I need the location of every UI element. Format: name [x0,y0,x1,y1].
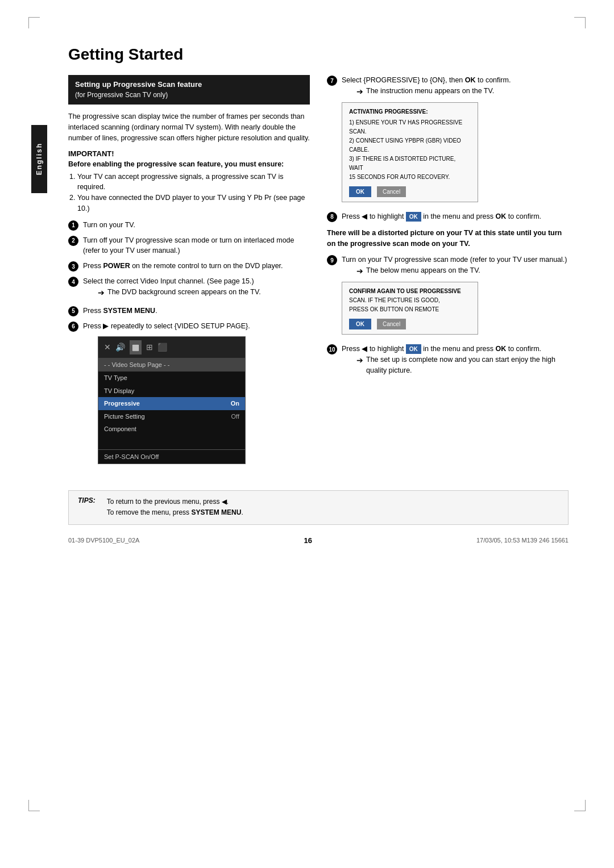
overlay2-title: CONFIRM AGAIN TO USE PROGRESSIVE [349,287,471,296]
overlay2-cancel-button: Cancel [377,319,406,329]
step-1-content: Turn on your TV. [83,220,310,231]
tips-bar: TIPS: To return to the previous menu, pr… [68,490,569,524]
step-7: 7 Select {PROGRESSIVE} to {ON}, then OK … [327,75,569,207]
step-9-arrow: ➔ The below menu appears on the TV. [356,265,569,277]
english-tab-label: English [35,143,43,175]
overlay1-cancel-button: Cancel [377,186,406,197]
corner-mark-tr [574,17,586,28]
arrow-right-icon-7: ➔ [356,86,363,98]
before-enabling: Before enabling the progressive scan fea… [68,160,310,168]
step-num-9: 9 [327,255,337,265]
overlay1-line3: 3) IF THERE IS A DISTORTED PICTURE, WAIT [349,155,471,173]
menu-row-label: TV Type [104,373,127,383]
menu-row-tvdisplay: TV Display [98,385,245,398]
menu-row-label: TV Display [104,386,134,396]
menu-row-picture: Picture Setting Off [98,410,245,423]
footer-center: 16 [304,536,312,545]
menu-row-value: Off [231,412,239,422]
right-column: 7 Select {PROGRESSIVE} to {ON}, then OK … [327,75,569,473]
section-header: Setting up Progressive Scan feature (for… [68,75,310,105]
step-7-content: Select {PROGRESSIVE} to {ON}, then OK to… [342,75,569,207]
english-tab: English [31,125,47,193]
press-highlight-ok-2: OK [406,344,421,354]
step-9-content: Turn on your TV progressive scan mode (r… [342,254,569,339]
tips-label: TIPS: [78,496,96,504]
step-num-1: 1 [68,220,78,231]
arrow-right-icon-10a: ➔ [356,354,363,366]
menu-icon-x: ✕ [104,341,111,353]
menu-row-label: Component [104,424,136,434]
step-4-content: Select the correct Video Input channel. … [83,276,310,301]
step-num-2: 2 [68,236,78,246]
step-num-6: 6 [68,322,78,332]
step-4: 4 Select the correct Video Input channel… [68,276,310,301]
step-num-4: 4 [68,277,78,287]
step-2: 2 Turn off your TV progressive scan mode… [68,235,310,257]
step-9: 9 Turn on your TV progressive scan mode … [327,254,569,339]
menu-row-value: On [231,399,239,408]
menu-header: - - Video Setup Page - - [98,358,245,372]
two-column-layout: Setting up Progressive Scan feature (for… [68,75,569,473]
step-num-7: 7 [327,76,337,86]
step-num-10: 10 [327,344,337,354]
overlay2-buttons: OK Cancel [349,319,471,329]
list-item-2: You have connected the DVD player to you… [77,193,310,214]
step-7-arrow: ➔ The instruction menu appears on the TV… [356,86,569,98]
intro-text: The progressive scan display twice the n… [68,111,310,143]
step-5-content: Press SYSTEM MENU. [83,306,310,316]
overlay2-line1: SCAN. IF THE PICTURE IS GOOD, [349,296,471,305]
footer-right: 17/03/05, 10:53 M139 246 15661 [476,537,569,544]
overlay2-line2: PRESS OK BUTTON ON REMOTE [349,305,471,314]
footer-left: 01-39 DVP5100_EU_02A [68,537,139,544]
corner-mark-bl [28,800,40,811]
step-3: 3 Press POWER on the remote control to t… [68,261,310,272]
corner-mark-br [574,800,586,811]
step-4-arrow: ➔ The DVD background screen appears on t… [98,287,310,299]
section-header-line2: (for Progressive Scan TV only) [75,91,168,99]
important-label: IMPORTANT! [68,149,310,158]
step-8-content: Press ◀ to highlight OK in the menu and … [342,211,569,222]
overlay2-ok-button: OK [349,319,371,329]
arrow-right-icon-9: ➔ [356,265,363,277]
menu-icon-arrow: ⬛ [157,341,167,353]
menu-footer: Set P-SCAN On/Off [98,449,245,464]
step-num-5: 5 [68,306,78,316]
step-10: 10 Press ◀ to highlight OK in the menu a… [327,344,569,378]
menu-screenshot: ✕ 🔊 ▦ ⊞ ⬛ - - Video Setup Page - - TV Ty… [98,336,246,465]
overlay1-title: ACTIVATING PROGRESSIVE: [349,107,471,116]
overlay1-line1: 1) ENSURE YOUR TV HAS PROGRESSIVE SCAN. [349,118,471,136]
tv-overlay-2: CONFIRM AGAIN TO USE PROGRESSIVE SCAN. I… [342,282,478,335]
left-column: Setting up Progressive Scan feature (for… [68,75,310,473]
menu-row-label: Progressive [104,399,140,408]
step-5: 5 Press SYSTEM MENU. [68,306,310,316]
step-10-arrow1: ➔ The set up is complete now and you can… [356,354,569,376]
menu-row-label: Picture Setting [104,412,145,422]
step-10-content: Press ◀ to highlight OK in the menu and … [342,344,569,378]
overlay1-buttons: OK Cancel [349,186,471,197]
step-6-content: Press ▶ repeatedly to select {VIDEO SETU… [83,321,310,469]
list-item-1: Your TV can accept progressive signals, … [77,172,310,193]
arrow-right-icon: ➔ [98,287,105,299]
step-num-8: 8 [327,212,337,222]
main-content: Getting Started Setting up Progressive S… [68,34,569,545]
menu-icons-row: ✕ 🔊 ▦ ⊞ ⬛ [98,337,245,358]
step-3-content: Press POWER on the remote control to tur… [83,261,310,272]
tips-line2: To remove the menu, press SYSTEM MENU. [107,507,243,518]
step-2-content: Turn off your TV progressive scan mode o… [83,235,310,257]
menu-row-component: Component [98,423,245,436]
overlay1-ok-button: OK [349,186,371,197]
menu-icon-display: ▦ [130,340,142,354]
step-6: 6 Press ▶ repeatedly to select {VIDEO SE… [68,321,310,469]
step-1: 1 Turn on your TV. [68,220,310,231]
step-8: 8 Press ◀ to highlight OK in the menu an… [327,211,569,222]
tv-overlay-1: ACTIVATING PROGRESSIVE: 1) ENSURE YOUR T… [342,102,478,202]
overlay1-line4: 15 SECONDS FOR AUTO RECOVERY. [349,173,471,182]
bold-warning: There will be a distorted picture on you… [327,228,569,249]
tips-line1: To return to the previous menu, press ◀. [107,496,243,507]
section-header-line1: Setting up Progressive Scan feature [75,80,202,89]
menu-row-tvtype: TV Type [98,372,245,385]
menu-icon-grid: ⊞ [146,341,153,353]
page-title: Getting Started [68,45,569,64]
menu-row-progressive: Progressive On [98,397,245,410]
menu-icon-speaker: 🔊 [115,341,125,353]
